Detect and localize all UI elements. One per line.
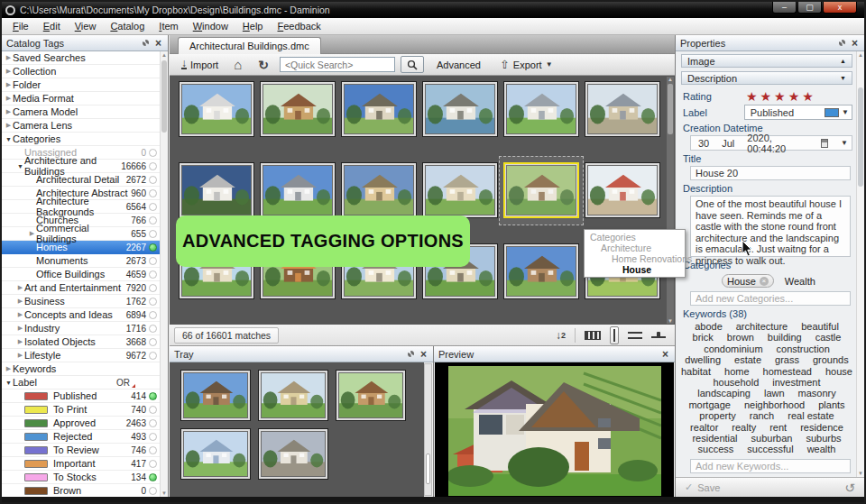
filter-radio[interactable] [149, 257, 157, 265]
add-categories-input[interactable] [690, 291, 851, 306]
gear-icon[interactable] [143, 40, 149, 46]
tree-collapse-icon[interactable]: ▼ [5, 136, 13, 142]
filter-active-indicator[interactable] [149, 243, 157, 252]
keyword-item[interactable]: realtor [690, 422, 718, 433]
tree-expand-icon[interactable]: ▶ [5, 54, 13, 61]
gear-icon[interactable] [839, 40, 845, 46]
keyword-item[interactable]: brick [693, 332, 714, 343]
tree-item-brown[interactable]: Brown0 [2, 484, 160, 497]
tree-item-commercial-buildings[interactable]: ▶Commercial Buildings655 [2, 227, 160, 241]
close-icon[interactable]: × [662, 349, 668, 360]
filter-radio[interactable] [149, 406, 157, 414]
tree-expand-icon[interactable]: ▶ [16, 298, 24, 305]
thumbnail[interactable] [336, 370, 406, 421]
thumbnail[interactable] [422, 162, 498, 218]
tree-item-collection[interactable]: ▶Collection [2, 65, 160, 78]
tree-item-categories[interactable]: ▼Categories [2, 133, 160, 146]
filter-radio[interactable] [149, 298, 157, 306]
keyword-item[interactable]: suburban [751, 433, 793, 444]
export-button[interactable]: ⇧ Export ▼ [495, 57, 557, 72]
quick-search-input[interactable] [280, 57, 395, 72]
keyword-item[interactable]: lawn [764, 388, 785, 399]
filter-radio[interactable] [149, 352, 157, 360]
remove-tag-icon[interactable]: × [760, 277, 769, 286]
close-icon[interactable]: × [420, 349, 427, 360]
or-toggle[interactable]: OR [116, 378, 134, 388]
filter-radio[interactable] [149, 176, 157, 184]
tree-collapse-icon[interactable]: ▼ [16, 163, 24, 170]
filmstrip-view-icon[interactable] [585, 331, 601, 340]
menu-edit[interactable]: Edit [36, 21, 68, 32]
suggestion-architecture[interactable]: Architecture [585, 243, 685, 253]
keyword-item[interactable]: landscaping [697, 388, 751, 399]
scroll-up-icon[interactable]: ▲ [161, 52, 168, 58]
keyword-item[interactable]: home [724, 366, 750, 377]
filter-radio[interactable] [149, 487, 157, 495]
thumbnail[interactable] [258, 428, 328, 480]
grid-scrollbar[interactable]: ▲ ▼ [667, 77, 674, 324]
tree-collapse-icon[interactable]: ▼ [5, 380, 13, 386]
keyword-item[interactable]: condominium [704, 344, 762, 354]
scroll-up-icon[interactable]: ▲ [857, 52, 864, 58]
list-view-icon[interactable] [628, 332, 642, 339]
tree-item-art-and-entertainment[interactable]: ▶Art and Entertainment7920 [2, 281, 160, 295]
scroll-down-icon[interactable]: ▼ [857, 471, 864, 476]
tree-item-isolated-objects[interactable]: ▶Isolated Objects3668 [2, 335, 160, 349]
scroll-down-icon[interactable]: ▼ [161, 490, 168, 496]
keyword-item[interactable]: architecture [736, 321, 788, 332]
catalog-scrollbar[interactable]: ▲ ▼ [160, 51, 168, 497]
scroll-up-icon[interactable]: ▲ [667, 77, 674, 82]
tree-expand-icon[interactable]: ▶ [5, 122, 13, 129]
minimize-button[interactable]: – [772, 2, 797, 14]
menu-file[interactable]: File [5, 21, 36, 32]
thumbnail[interactable] [180, 370, 251, 421]
thumbnail[interactable] [260, 162, 336, 218]
tree-item-label[interactable]: ▼LabelOR [2, 376, 160, 389]
tree-item-keywords[interactable]: ▶Keywords [2, 362, 160, 376]
filter-radio[interactable] [149, 446, 157, 454]
title-bar[interactable]: C:\Users\Murat\Documents\My Dropbox\Desi… [2, 2, 864, 18]
suggestion-house[interactable]: House [585, 264, 685, 275]
tree-item-industry[interactable]: ▶Industry1716 [2, 322, 160, 335]
close-icon[interactable]: × [852, 38, 858, 49]
keyword-item[interactable]: property [699, 410, 735, 421]
tree-item-important[interactable]: Important417 [2, 457, 160, 471]
tree-expand-icon[interactable]: ▶ [5, 68, 13, 75]
tree-item-camera-lens[interactable]: ▶Camera Lens [2, 119, 160, 133]
filter-radio[interactable] [149, 460, 157, 468]
tree-item-to-print[interactable]: To Print740 [2, 403, 160, 417]
keyword-item[interactable]: masonry [798, 388, 836, 399]
thumbnail[interactable] [503, 243, 579, 299]
tree-item-architecture-and-buildings[interactable]: ▼Architecture and Buildings16666 [2, 160, 160, 173]
filter-radio[interactable] [149, 149, 157, 157]
keyword-item[interactable]: ranch [750, 410, 775, 421]
keyword-item[interactable]: abode [695, 321, 723, 332]
tree-item-lifestyle[interactable]: ▶Lifestyle9672 [2, 349, 160, 362]
menu-window[interactable]: Window [186, 21, 235, 32]
section-description[interactable]: Description ▼ [681, 71, 852, 85]
close-button[interactable]: x [823, 2, 857, 14]
menu-view[interactable]: View [68, 21, 104, 32]
keyword-item[interactable]: suburbs [806, 433, 841, 444]
tab-catalog[interactable]: Architectural Buildings.dmc [178, 37, 321, 54]
undo-icon[interactable]: ↺ [844, 481, 855, 495]
filter-radio[interactable] [149, 338, 157, 346]
keyword-item[interactable]: grass [775, 354, 799, 365]
keyword-item[interactable]: household [714, 377, 760, 388]
tree-expand-icon[interactable]: ▶ [16, 352, 24, 359]
keyword-item[interactable]: homestead [763, 366, 812, 377]
search-button[interactable] [401, 56, 424, 73]
tree-item-business[interactable]: ▶Business1762 [2, 295, 160, 308]
suggestion-categories[interactable]: Categories [585, 232, 685, 243]
label-dropdown[interactable]: Published ▼ [744, 105, 852, 120]
tree-expand-icon[interactable]: ▶ [5, 95, 13, 102]
tree-expand-icon[interactable]: ▶ [16, 311, 24, 318]
tray-scrollbar[interactable] [424, 363, 432, 496]
filter-active-indicator[interactable] [149, 473, 157, 481]
tree-item-published[interactable]: Published414 [2, 389, 160, 403]
tree-item-concepts-and-ideas[interactable]: ▶Concepts and Ideas6894 [2, 308, 160, 322]
filter-radio[interactable] [149, 311, 157, 319]
rating-stars[interactable]: ★★★★★ [746, 90, 816, 103]
menu-catalog[interactable]: Catalog [103, 21, 152, 32]
tree-expand-icon[interactable]: ▶ [5, 108, 13, 115]
